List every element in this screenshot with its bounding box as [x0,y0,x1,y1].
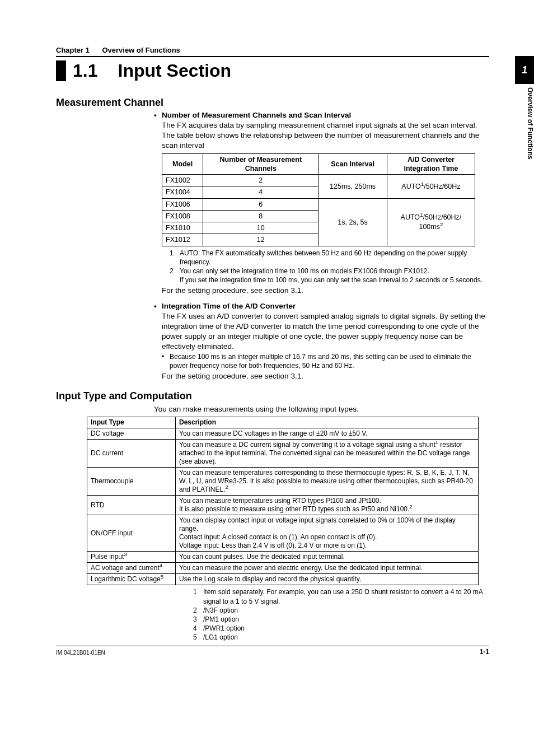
section-title: Input Section [118,60,231,81]
footer-doc-id: IM 04L21B01-01EN [56,650,105,656]
cell-ad: AUTO1/50Hz/60Hz [387,175,475,199]
chapter-header: Chapter 1 Overview of Functions [56,45,489,57]
th-scan-interval: Scan Interval [318,153,387,175]
cell-model: FX1002 [162,175,203,186]
table-row: ON/OFF input You can display contact inp… [87,515,479,552]
side-tab-label: Overview of Functions [515,87,534,160]
cell-type: Logarithmic DC voltage5 [87,574,176,585]
cell-type: DC current [87,440,176,468]
cell-desc: You can measure the power and electric e… [176,563,479,574]
fn-text: /N3F option [203,606,489,615]
fn-num: 3 [193,615,203,624]
cell-desc: You can measure a DC current signal by c… [176,440,479,468]
bullet-integration-time: • Integration Time of the A/D Converter [154,302,489,310]
footer-divider [56,646,489,646]
cell-channels: 2 [203,175,318,186]
sub-bullet-integration: • Because 100 ms is an integer multiple … [162,352,489,370]
cell-type: Pulse input3 [87,552,176,563]
fn-num: 2 [170,267,180,276]
h2-input-type-computation: Input Type and Computation [56,390,489,402]
fn-text: You can only set the integration time to… [180,267,489,276]
fn-text: /PM1 option [203,615,489,624]
cell-scan: 1s, 2s, 5s [318,198,387,246]
cell-type: AC voltage and current4 [87,563,176,574]
cell-type: ON/OFF input [87,515,176,552]
cell-channels: 12 [203,234,318,246]
cell-desc: You can measure temperatures correspondi… [176,468,479,496]
table-row: FX1002 2 125ms, 250ms AUTO1/50Hz/60Hz [162,175,475,186]
th-description: Description [176,417,479,428]
cell-ad: AUTO1/50Hz/60Hz/100ms2 [387,198,475,246]
see-section-ref: For the setting procedure, see section 3… [162,371,489,381]
table-row: Thermocouple You can measure temperature… [87,468,479,496]
bullet-dot-icon: • [162,352,170,370]
section-title-row: 1.1 Input Section [56,60,489,81]
paragraph-scan-intro: The FX acquires data by sampling measure… [162,120,489,151]
fn-num: 5 [193,633,203,642]
bullet-dot-icon: • [154,302,162,310]
cell-channels: 6 [203,198,318,210]
cell-desc: Use the Log scale to display and record … [176,574,479,585]
bullet-title: Integration Time of the A/D Converter [162,302,296,310]
chapter-title: Overview of Functions [102,46,180,54]
side-tab: 1 Overview of Functions [515,56,534,179]
fn-num: 1 [193,587,203,605]
cell-desc: You can measure DC voltages in the range… [176,428,479,440]
bullet-dot-icon: • [154,111,162,119]
fn-text: AUTO: The FX automatically switches betw… [180,249,489,267]
cell-channels: 10 [203,222,318,234]
th-ad-integration: A/D ConverterIntegration Time [387,153,475,175]
fn-num: 1 [170,249,180,267]
cell-type: RTD [87,496,176,515]
th-input-type: Input Type [87,417,176,428]
table-row: FX1006 6 1s, 2s, 5s AUTO1/50Hz/60Hz/100m… [162,198,475,210]
sub-bullet-text: Because 100 ms is an integer multiple of… [170,352,489,370]
side-tab-number: 1 [515,56,534,84]
chapter-number: Chapter 1 [56,46,90,54]
cell-model: FX1008 [162,210,203,222]
table-row: DC voltage You can measure DC voltages i… [87,428,479,440]
table-row: DC current You can measure a DC current … [87,440,479,468]
cell-model: FX1010 [162,222,203,234]
cell-desc: You can count pulses. Use the dedicated … [176,552,479,563]
bullet-channels-scan: • Number of Measurement Channels and Sca… [154,111,489,119]
th-model: Model [162,153,203,175]
cell-desc: You can display contact input or voltage… [176,515,479,552]
paragraph-integration: The FX uses an A/D converter to convert … [162,311,489,352]
fn-text: If you set the integration time to 100 m… [180,276,489,284]
see-section-ref: For the setting procedure, see section 3… [162,286,489,296]
table-model-scan: Model Number of MeasurementChannels Scan… [162,153,475,246]
fn-text: /LG1 option [203,633,489,642]
fn-num: 2 [193,606,203,615]
table-row: Model Number of MeasurementChannels Scan… [162,153,475,175]
cell-channels: 8 [203,210,318,222]
table-row: Logarithmic DC voltage5 Use the Log scal… [87,574,479,585]
table-row: RTD You can measure temperatures using R… [87,496,479,515]
footnotes-scan-table: 1AUTO: The FX automatically switches bet… [170,249,489,285]
section-number: 1.1 [73,60,97,81]
cell-desc: You can measure temperatures using RTD t… [176,496,479,515]
table-row: Pulse input3 You can count pulses. Use t… [87,552,479,563]
th-channels: Number of MeasurementChannels [203,153,318,175]
cell-model: FX1004 [162,186,203,198]
cell-type: Thermocouple [87,468,176,496]
table-row: AC voltage and current4 You can measure … [87,563,479,574]
bullet-title: Number of Measurement Channels and Scan … [162,111,351,119]
table-row: Input Type Description [87,417,479,428]
cell-model: FX1012 [162,234,203,246]
cell-model: FX1006 [162,198,203,210]
cell-channels: 4 [203,186,318,198]
cell-scan: 125ms, 250ms [318,175,387,199]
fn-text: Item sold separately. For example, you c… [203,587,489,605]
footnotes-input-table: 1Item sold separately. For example, you … [193,587,489,642]
paragraph-input-intro: You can make measurements using the foll… [154,404,489,414]
fn-num: 4 [193,624,203,633]
footer-page-number: 1-1 [480,648,489,656]
cell-type: DC voltage [87,428,176,440]
h2-measurement-channel: Measurement Channel [56,97,489,109]
fn-text: /PWR1 option [203,624,489,633]
table-input-types: Input Type Description DC voltage You ca… [87,417,479,585]
